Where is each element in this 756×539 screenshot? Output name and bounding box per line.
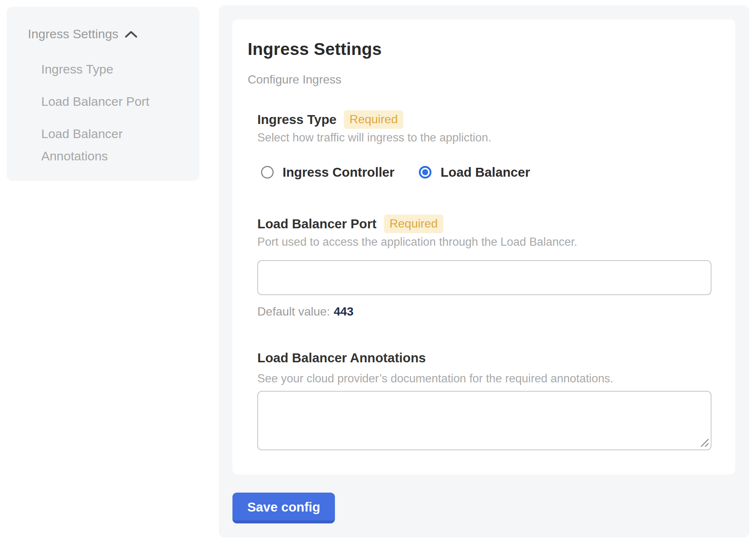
radio-icon[interactable]	[261, 166, 274, 179]
radio-icon[interactable]	[419, 166, 431, 179]
default-value: 443	[334, 305, 353, 318]
page-subtitle: Configure Ingress	[248, 72, 713, 86]
section-ingress-type: Ingress Type Required Select how traffic…	[257, 110, 713, 180]
load-balancer-annotations-textarea[interactable]	[257, 391, 711, 450]
page: Ingress Settings Ingress Type Load Balan…	[0, 0, 756, 539]
page-title: Ingress Settings	[248, 39, 713, 59]
radio-option-ingress-controller[interactable]: Ingress Controller	[261, 165, 394, 180]
sidebar-item-list: Ingress Type Load Balancer Port Load Bal…	[41, 58, 188, 167]
section-desc-load-balancer-annotations: See your cloud provider’s documentation …	[257, 371, 713, 386]
section-load-balancer-port: Load Balancer Port Required Port used to…	[257, 215, 713, 319]
section-lb-annotations-head: Load Balancer Annotations	[257, 350, 713, 366]
sidebar-section-label: Ingress Settings	[28, 26, 118, 42]
section-lb-port-head: Load Balancer Port Required	[257, 215, 713, 233]
resize-grip-icon[interactable]	[700, 438, 710, 448]
required-badge: Required	[344, 110, 403, 129]
section-desc-load-balancer-port: Port used to access the application thro…	[257, 235, 713, 249]
save-config-button[interactable]: Save config	[232, 493, 335, 523]
radio-option-load-balancer[interactable]: Load Balancer	[419, 165, 530, 180]
sidebar-item-load-balancer-port[interactable]: Load Balancer Port	[41, 90, 164, 112]
required-badge: Required	[384, 215, 443, 233]
main-panel: Ingress Settings Configure Ingress Ingre…	[219, 5, 749, 538]
load-balancer-port-input[interactable]	[257, 260, 711, 295]
default-value-label: Default value:	[257, 305, 330, 318]
radio-label[interactable]: Ingress Controller	[283, 165, 394, 180]
sidebar-item-load-balancer-annotations[interactable]: Load Balancer Annotations	[41, 122, 164, 167]
sidebar-section-ingress-settings[interactable]: Ingress Settings	[28, 26, 188, 42]
ingress-type-radio-group: Ingress Controller Load Balancer	[261, 165, 713, 180]
settings-nav-sidebar: Ingress Settings Ingress Type Load Balan…	[7, 7, 199, 181]
radio-label[interactable]: Load Balancer	[440, 165, 530, 180]
section-load-balancer-annotations: Load Balancer Annotations See your cloud…	[257, 350, 713, 450]
section-ingress-type-head: Ingress Type Required	[257, 110, 713, 129]
ingress-settings-card: Ingress Settings Configure Ingress Ingre…	[232, 19, 735, 474]
annotations-textarea-wrap	[257, 391, 711, 450]
default-value-row: Default value:443	[257, 304, 713, 319]
sidebar-item-ingress-type[interactable]: Ingress Type	[41, 58, 164, 80]
chevron-up-icon	[124, 29, 138, 40]
section-desc-ingress-type: Select how traffic will ingress to the a…	[257, 130, 713, 145]
section-title-load-balancer-port: Load Balancer Port	[257, 216, 377, 232]
section-title-load-balancer-annotations: Load Balancer Annotations	[257, 350, 426, 366]
section-title-ingress-type: Ingress Type	[257, 111, 336, 128]
